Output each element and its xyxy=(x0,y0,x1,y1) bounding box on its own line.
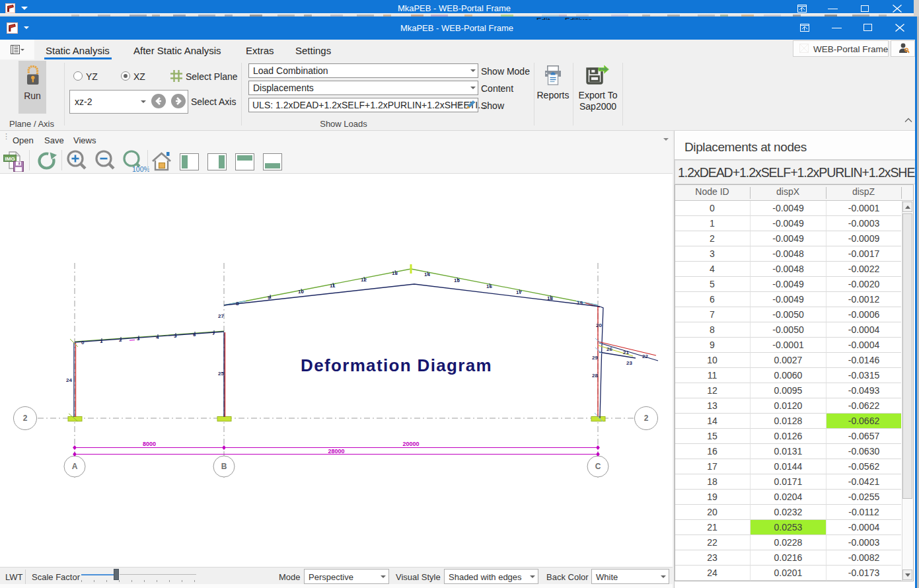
svg-text:21: 21 xyxy=(623,349,629,355)
svg-text:5: 5 xyxy=(174,333,177,339)
svg-text:C: C xyxy=(595,462,601,471)
svg-text:2: 2 xyxy=(119,337,122,343)
svg-text:2: 2 xyxy=(644,414,649,423)
svg-text:29: 29 xyxy=(592,355,598,361)
svg-text:27: 27 xyxy=(218,313,224,319)
svg-text:18: 18 xyxy=(547,295,553,301)
svg-text:4: 4 xyxy=(156,334,159,340)
svg-text:6: 6 xyxy=(193,332,196,338)
svg-text:10: 10 xyxy=(298,289,304,295)
svg-text:28000: 28000 xyxy=(328,448,344,455)
svg-text:17: 17 xyxy=(516,289,522,295)
svg-text:13: 13 xyxy=(392,270,398,276)
svg-text:25: 25 xyxy=(218,371,224,377)
svg-text:7: 7 xyxy=(212,330,215,336)
svg-text:22: 22 xyxy=(642,353,648,359)
svg-text:19: 19 xyxy=(577,300,583,306)
svg-text:16: 16 xyxy=(486,283,492,289)
svg-text:A: A xyxy=(72,462,78,471)
svg-text:14: 14 xyxy=(424,272,430,277)
svg-text:23: 23 xyxy=(626,360,632,366)
svg-text:0: 0 xyxy=(81,340,85,346)
svg-text:26: 26 xyxy=(607,346,612,352)
svg-text:24: 24 xyxy=(66,377,72,383)
svg-text:B: B xyxy=(221,462,227,471)
svg-text:IMG: IMG xyxy=(5,156,15,162)
svg-text:1: 1 xyxy=(100,338,103,344)
svg-text:9: 9 xyxy=(268,295,271,301)
svg-text:11: 11 xyxy=(330,283,336,289)
svg-text:20000: 20000 xyxy=(402,441,419,447)
svg-text:8000: 8000 xyxy=(143,441,156,447)
svg-text:20: 20 xyxy=(596,322,602,328)
svg-text:Deformation Diagram: Deformation Diagram xyxy=(301,355,492,375)
svg-text:8: 8 xyxy=(236,301,239,307)
svg-text:2: 2 xyxy=(23,414,28,423)
svg-text:12: 12 xyxy=(361,277,367,283)
svg-text:15: 15 xyxy=(454,277,460,283)
svg-text:28: 28 xyxy=(592,373,598,379)
svg-text:3: 3 xyxy=(137,336,140,342)
